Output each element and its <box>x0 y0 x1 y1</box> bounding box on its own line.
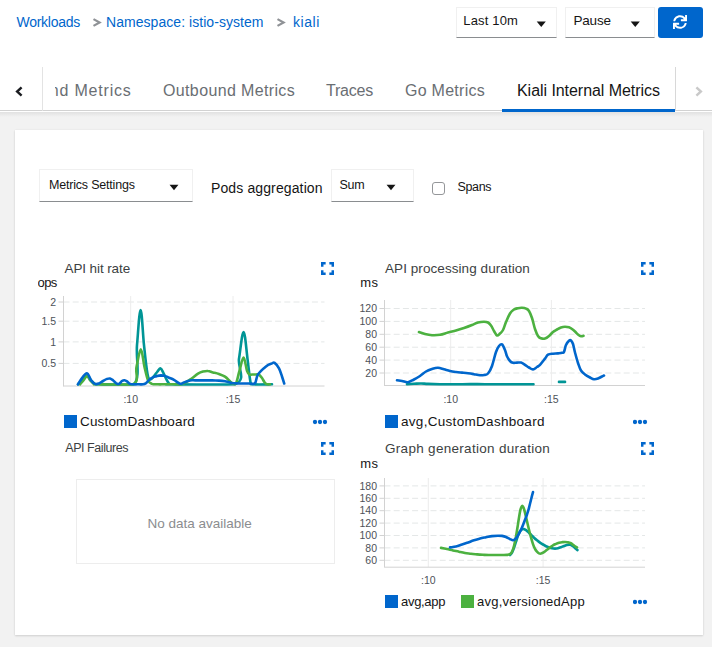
svg-text::15: :15 <box>536 574 551 586</box>
svg-text:40: 40 <box>365 354 377 366</box>
svg-text:1: 1 <box>50 336 56 348</box>
svg-text:ops: ops <box>38 276 58 290</box>
svg-text:1.5: 1.5 <box>41 315 56 327</box>
svg-text::15: :15 <box>226 393 241 405</box>
svg-text:140: 140 <box>359 504 377 516</box>
svg-text:120: 120 <box>359 517 377 529</box>
svg-text:100: 100 <box>359 315 377 327</box>
svg-text::10: :10 <box>421 574 436 586</box>
svg-text:180: 180 <box>359 480 377 492</box>
svg-text:80: 80 <box>365 328 377 340</box>
svg-text::10: :10 <box>443 393 458 405</box>
svg-text:120: 120 <box>359 302 377 314</box>
svg-text:60: 60 <box>365 341 377 353</box>
svg-text::10: :10 <box>123 393 138 405</box>
svg-text:100: 100 <box>359 529 377 541</box>
svg-text:2: 2 <box>50 296 56 308</box>
svg-text:ms: ms <box>360 276 378 290</box>
svg-text:20: 20 <box>365 367 377 379</box>
svg-text:0.5: 0.5 <box>41 357 56 369</box>
svg-text::15: :15 <box>544 393 559 405</box>
svg-text:60: 60 <box>365 554 377 566</box>
svg-text:80: 80 <box>365 542 377 554</box>
svg-text:ms: ms <box>360 456 378 471</box>
svg-text:160: 160 <box>359 492 377 504</box>
